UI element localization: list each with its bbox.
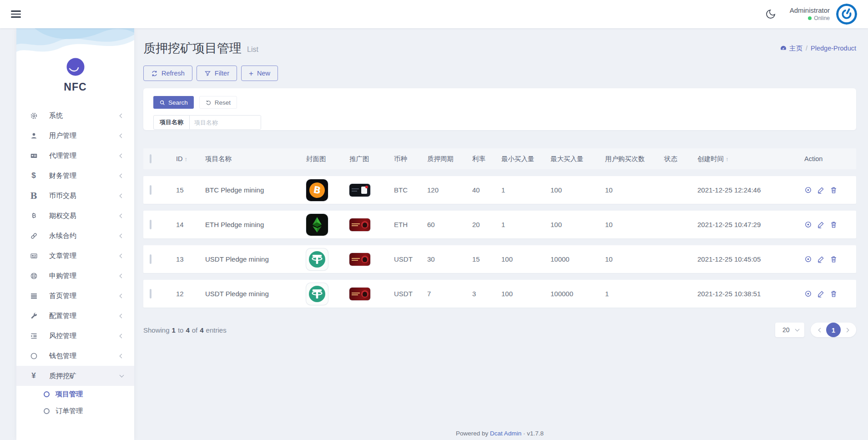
sidebar-subitem-order-management[interactable]: 订单管理 <box>16 403 134 420</box>
breadcrumb-home-link[interactable]: 主页 <box>780 44 802 53</box>
chevron-left-icon <box>120 354 124 358</box>
filter-panel: Search Reset 项目名称 <box>143 88 856 130</box>
select-all-checkbox[interactable] <box>150 154 151 163</box>
chevron-left-icon <box>120 233 124 238</box>
project-name-input[interactable] <box>190 116 261 129</box>
row-checkbox[interactable] <box>150 254 151 264</box>
sidebar-subitem-project-management[interactable]: 项目管理 <box>16 386 134 403</box>
cell-min-buy: 1 <box>501 186 550 194</box>
sidebar-item-subscription[interactable]: 申购管理 <box>16 266 134 286</box>
cover-image-btc[interactable]: B <box>306 179 328 201</box>
sidebar-item-label: 配置管理 <box>49 312 120 320</box>
sidebar-item-perpetual-contracts[interactable]: 永续合约 <box>16 226 134 246</box>
avatar[interactable] <box>836 4 857 25</box>
view-icon[interactable] <box>804 290 812 298</box>
sidebar-item-system[interactable]: 系统 <box>16 106 134 126</box>
column-header-id[interactable]: ID↑ <box>176 155 205 162</box>
filter-funnel-icon <box>204 70 211 77</box>
refresh-button[interactable]: Refresh <box>143 66 192 81</box>
sidebar-item-pledge-mining[interactable]: ¥ 质押挖矿 <box>16 366 134 386</box>
column-header-coin: 币种 <box>394 155 427 163</box>
sidebar-item-label: 永续合约 <box>49 232 120 240</box>
edit-icon[interactable] <box>817 221 825 228</box>
new-button[interactable]: + New <box>241 66 278 81</box>
online-status-dot <box>808 16 812 20</box>
sidebar-item-articles[interactable]: 文章管理 <box>16 246 134 266</box>
sidebar-item-options-trading[interactable]: 期权交易 <box>16 206 134 226</box>
cell-rate: 3 <box>472 290 501 298</box>
reset-button[interactable]: Reset <box>199 96 237 109</box>
column-header-created[interactable]: 创建时间↑ <box>697 155 804 163</box>
cell-max-buy: 10000 <box>550 255 605 263</box>
sort-arrow-icon[interactable]: ↑ <box>726 156 729 162</box>
user-status-label: Online <box>814 15 830 22</box>
newspaper-icon <box>29 252 38 260</box>
sidebar-item-wallet[interactable]: 钱包管理 <box>16 346 134 366</box>
current-page-button[interactable]: 1 <box>826 323 841 337</box>
sidebar-item-users[interactable]: 用户管理 <box>16 126 134 146</box>
view-icon[interactable] <box>804 186 812 194</box>
delete-icon[interactable] <box>830 186 838 194</box>
edit-icon[interactable] <box>817 255 825 263</box>
sidebar-item-label: 首页管理 <box>49 292 120 300</box>
sort-arrow-icon[interactable]: ↑ <box>185 156 188 162</box>
gear-icon <box>29 112 38 120</box>
dark-mode-toggle-moon-icon[interactable] <box>765 9 776 20</box>
sidebar-menu: 系统 用户管理 代理管理 $ 财务 <box>16 106 134 420</box>
cell-min-buy: 1 <box>501 221 550 228</box>
previous-page-button[interactable] <box>814 329 826 332</box>
chevron-left-icon <box>818 328 823 332</box>
cell-period: 120 <box>427 186 472 194</box>
search-button[interactable]: Search <box>153 96 194 109</box>
cell-buy-count: 10 <box>605 221 664 228</box>
sidebar-item-label: 币币交易 <box>49 192 120 200</box>
sidebar-item-finance[interactable]: $ 财务管理 <box>16 166 134 186</box>
promo-image[interactable] <box>349 253 370 266</box>
per-page-select[interactable]: 20 <box>775 323 804 337</box>
delete-icon[interactable] <box>830 290 838 298</box>
filter-button[interactable]: Filter <box>197 66 237 81</box>
cell-buy-count: 1 <box>605 290 664 298</box>
cover-image-usdt[interactable] <box>306 248 328 270</box>
plus-icon: + <box>249 70 253 77</box>
delete-icon[interactable] <box>830 255 838 263</box>
sidebar-item-homepage[interactable]: 首页管理 <box>16 286 134 306</box>
yen-icon: ¥ <box>29 371 38 380</box>
pagination: 1 <box>811 323 856 337</box>
view-icon[interactable] <box>804 255 812 263</box>
promo-image[interactable] <box>349 218 370 231</box>
chevron-left-icon <box>120 213 124 218</box>
sidebar-item-agents[interactable]: 代理管理 <box>16 146 134 166</box>
breadcrumb-current: Pledge-Product <box>811 45 856 52</box>
sidebar-item-spot-trading[interactable]: B 币币交易 <box>16 186 134 206</box>
edit-icon[interactable] <box>817 186 825 194</box>
undo-icon <box>206 100 212 106</box>
user-info[interactable]: Administrator Online <box>790 6 830 22</box>
dcat-admin-link[interactable]: Dcat Admin <box>490 430 521 437</box>
edit-icon[interactable] <box>817 290 825 298</box>
sidebar-item-configuration[interactable]: 配置管理 <box>16 306 134 326</box>
row-checkbox[interactable] <box>150 289 151 298</box>
cover-image-usdt[interactable] <box>306 283 328 305</box>
row-checkbox[interactable] <box>150 185 151 195</box>
hamburger-menu-icon[interactable] <box>11 9 21 20</box>
chevron-left-icon <box>120 314 124 318</box>
view-icon[interactable] <box>804 221 812 228</box>
cell-period: 60 <box>427 221 472 228</box>
cell-period: 7 <box>427 290 472 298</box>
cover-image-eth[interactable] <box>306 214 328 236</box>
column-header-min-buy: 最小买入量 <box>501 155 550 163</box>
sidebar-item-risk-control[interactable]: 风控管理 <box>16 326 134 346</box>
page-footer: Powered by Dcat Admin · v1.7.8 <box>143 430 856 437</box>
chevron-down-icon <box>795 327 800 332</box>
row-checkbox[interactable] <box>150 220 151 229</box>
sidebar-item-label: 申购管理 <box>49 272 120 280</box>
brand-logo <box>66 57 85 76</box>
dashboard-icon <box>780 45 787 52</box>
next-page-button[interactable] <box>841 329 853 332</box>
bars-icon <box>29 292 38 300</box>
id-card-icon <box>29 152 38 160</box>
promo-image[interactable] <box>349 288 370 300</box>
delete-icon[interactable] <box>830 221 838 228</box>
promo-image[interactable] <box>349 184 370 197</box>
